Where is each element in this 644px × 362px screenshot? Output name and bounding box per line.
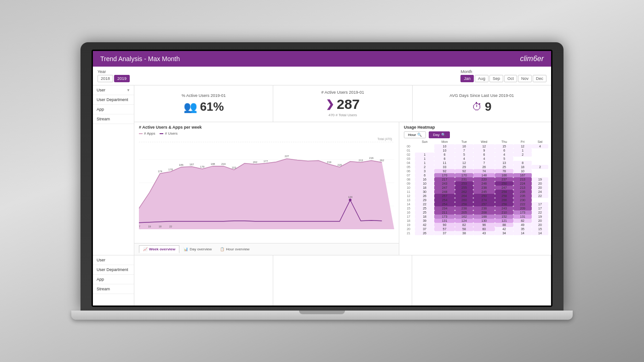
svg-text:120: 120 xyxy=(348,196,353,198)
bottom-dept[interactable]: User Department xyxy=(93,265,134,275)
heatmap-cell-11-tue: 262 xyxy=(455,190,473,194)
heatmap-cell-06-mon: 92 xyxy=(434,169,455,173)
month-aug-btn[interactable]: Aug xyxy=(475,75,489,82)
heatmap-cell-00-sun xyxy=(415,144,434,148)
sidebar-item-dept[interactable]: User Department xyxy=(93,95,134,105)
heatmap-cell-11-fri: 235 xyxy=(513,190,531,194)
svg-text:216: 216 xyxy=(369,157,374,159)
kpi-count-value: 287 xyxy=(337,96,360,112)
heatmap-cell-10-mon: 247 xyxy=(434,186,455,190)
heatmap-cell-05-mon: 33 xyxy=(434,165,455,169)
heatmap-cell-10-wed: 238 xyxy=(473,186,495,190)
main-area: User ▼ User Department App Stream xyxy=(93,85,551,255)
heatmap-cell-05-tue: 29 xyxy=(455,165,473,169)
bottom-stream[interactable]: Stream xyxy=(93,284,134,294)
heatmap-cell-13-fri: 230 xyxy=(513,198,531,202)
heatmap-cell-11-wed: 245 xyxy=(473,190,495,194)
heatmap-cell-03-tue: 4 xyxy=(455,157,473,161)
bottom-user[interactable]: User xyxy=(93,255,134,265)
svg-text:262: 262 xyxy=(380,158,384,161)
heatmap-cell-08-thu: 237 xyxy=(495,177,514,181)
year-buttons: 2018 2019 xyxy=(98,75,130,82)
heatmap-cell-07-sat xyxy=(532,173,548,177)
kpi-pct-value-row: 👥 61% xyxy=(184,100,224,114)
month-jan-btn[interactable]: Jan xyxy=(460,75,474,82)
svg-text:186: 186 xyxy=(179,163,184,166)
heatmap-cell-10-sun: 18 xyxy=(415,186,434,190)
heatmap-cell-17-tue: 162 xyxy=(455,215,473,219)
month-nov-btn[interactable]: Nov xyxy=(518,75,532,82)
heatmap-cell-12-hour: 12 xyxy=(402,194,415,198)
heatmap-cell-14-hour: 14 xyxy=(402,202,415,206)
heatmap-cell-18-fri: 82 xyxy=(513,219,531,223)
tab-hour-overview[interactable]: 📋 Hour overview xyxy=(216,245,253,253)
bottom-card-3 xyxy=(412,255,551,305)
heatmap-cell-21-hour: 21 xyxy=(402,231,415,235)
heatmap-cell-20-tue: 58 xyxy=(455,227,473,231)
heatmap-header-thu: Thu xyxy=(495,139,514,144)
heatmap-cell-03-sat xyxy=(532,157,548,161)
heatmap-cell-18-wed: 130 xyxy=(473,219,495,223)
heatmap-cell-11-mon: 248 xyxy=(434,190,455,194)
heatmap-cell-12-mon: 257 xyxy=(434,194,455,198)
heatmap-cell-19-sun: 42 xyxy=(415,223,434,227)
week-label: Week overview xyxy=(149,247,175,251)
tab-day-overview[interactable]: 📊 Day overview xyxy=(179,245,216,253)
month-sep-btn[interactable]: Sep xyxy=(489,75,503,82)
heatmap-cell-04-tue: 12 xyxy=(455,161,473,165)
heatmap-cell-06-sun: 3 xyxy=(415,169,434,173)
sidebar-item-app[interactable]: App xyxy=(93,105,134,114)
legend-apps-label: # Apps xyxy=(144,131,155,136)
heatmap-cell-17-sat: 19 xyxy=(532,215,548,219)
svg-text:177: 177 xyxy=(264,159,268,162)
heatmap-cell-05-sun: 2 xyxy=(415,165,434,169)
heatmap-header-wed: Wed xyxy=(473,139,495,144)
heatmap-cell-00-fri: 12 xyxy=(513,144,531,148)
heatmap-cell-00-tue: 16 xyxy=(455,144,473,148)
logo: clim6er xyxy=(520,55,544,63)
heatmap-cell-09-thu: 250 xyxy=(495,181,514,186)
heatmap-cell-02-mon: 6 xyxy=(434,153,455,157)
sidebar-item-stream[interactable]: Stream xyxy=(93,114,134,124)
heatmap-cell-17-fri: 131 xyxy=(513,215,531,219)
heatmap-cell-16-sat: 22 xyxy=(532,210,548,215)
day-ctrl-btn[interactable]: Day 🔍 xyxy=(429,131,449,138)
day-label: Day overview xyxy=(190,247,212,251)
heatmap-cell-01-tue: 7 xyxy=(455,148,473,153)
heatmap-cell-03-mon: 6 xyxy=(434,157,455,161)
heatmap-cell-14-sun: 22 xyxy=(415,202,434,206)
heatmap-cell-13-sun: 29 xyxy=(415,198,434,202)
heatmap-cell-03-fri xyxy=(513,157,531,161)
svg-text:188: 188 xyxy=(211,162,215,165)
heatmap-cell-16-sun: 25 xyxy=(415,210,434,215)
month-oct-btn[interactable]: Oct xyxy=(504,75,517,82)
year-2018-btn[interactable]: 2018 xyxy=(98,75,113,82)
hour-ctrl-btn[interactable]: Hour 🔍 xyxy=(404,131,426,138)
bottom-app[interactable]: App xyxy=(93,275,134,284)
kpi-count-sub: 470 # Total Users xyxy=(328,113,357,117)
month-dec-btn[interactable]: Dec xyxy=(533,75,546,82)
sidebar-item-user[interactable]: User ▼ xyxy=(93,85,134,95)
heatmap-cell-19-mon: 90 xyxy=(434,223,455,227)
hour-search-icon: 🔍 xyxy=(417,133,422,137)
heatmap-cell-08-mon: 217 xyxy=(434,177,455,181)
month-buttons: Jan Aug Sep Oct Nov Dec xyxy=(460,75,546,82)
heatmap-cell-00-sat: 4 xyxy=(532,144,548,148)
svg-text:219: 219 xyxy=(327,160,332,163)
heatmap-cell-15-hour: 15 xyxy=(402,206,415,210)
heatmap-cell-18-sun: 39 xyxy=(415,219,434,223)
heatmap-section: Usage Heatmap Hour 🔍 Day 🔍 xyxy=(399,122,551,255)
year-2019-btn[interactable]: 2019 xyxy=(114,75,130,82)
heatmap-cell-04-sat xyxy=(532,161,548,165)
heatmap-cell-04-mon: 11 xyxy=(434,161,455,165)
legend-users-dot xyxy=(160,133,163,134)
heatmap-cell-21-mon: 37 xyxy=(434,231,455,235)
tab-week-overview[interactable]: 📈 Week overview xyxy=(139,245,179,253)
heatmap-cell-19-hour: 19 xyxy=(402,223,415,227)
heatmap-cell-21-tue: 38 xyxy=(455,231,473,235)
heatmap-cell-03-wed: 4 xyxy=(473,157,495,161)
heatmap-cell-04-sun: 1 xyxy=(415,161,434,165)
kpi-pct-title: % Active Users 2019-01 xyxy=(182,93,226,98)
heatmap-table[interactable]: Sun Mon Tue Wed Thu Fri Sat xyxy=(399,139,551,255)
heatmap-cell-19-tue: 82 xyxy=(455,223,473,227)
